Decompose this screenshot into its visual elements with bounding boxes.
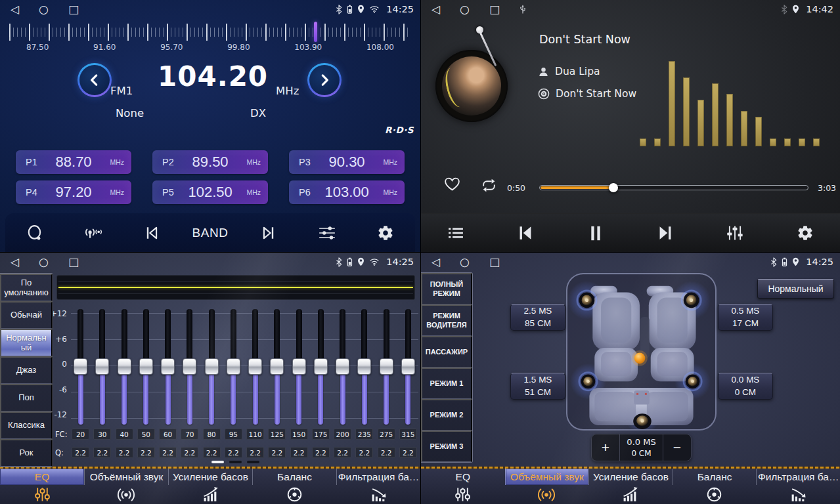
q-value[interactable]: 2.2 [334, 447, 351, 458]
fc-value[interactable]: 200 [334, 429, 351, 440]
next-station-button[interactable] [248, 218, 289, 248]
slider-thumb[interactable] [183, 358, 196, 375]
radio-preset-button[interactable]: P3 90.30 MHz [289, 150, 405, 174]
eq-band-slider[interactable] [201, 309, 223, 425]
fc-value[interactable]: 40 [116, 429, 133, 440]
q-value[interactable]: 2.2 [72, 447, 89, 458]
fc-value[interactable]: 175 [312, 429, 330, 440]
eq-preset-item[interactable]: Классика [0, 411, 53, 439]
band-button[interactable]: BAND [190, 218, 231, 248]
fc-value[interactable]: 315 [399, 429, 417, 440]
fc-value[interactable]: 70 [181, 429, 198, 440]
settings-button[interactable] [365, 218, 406, 248]
slider-thumb[interactable] [205, 358, 219, 375]
tab-surround[interactable]: Объёмный звук [505, 469, 589, 504]
stage-mode-item[interactable]: РЕЖИМ 2 [421, 399, 472, 430]
eq-band-slider[interactable] [91, 309, 113, 425]
radio-preset-button[interactable]: P5 102.50 MHz [152, 180, 268, 204]
q-value[interactable]: 2.2 [399, 447, 417, 458]
fc-value[interactable]: 60 [159, 429, 177, 440]
previous-station-button[interactable] [131, 218, 172, 248]
eq-band-slider[interactable] [376, 309, 397, 425]
radio-preset-button[interactable]: P2 89.50 MHz [152, 150, 268, 174]
eq-preset-item[interactable]: Рок [0, 439, 53, 467]
tab-bass-boost[interactable]: Усиление басов [588, 469, 673, 504]
eq-band-slider[interactable] [157, 309, 179, 425]
slider-thumb[interactable] [74, 358, 87, 375]
q-value[interactable]: 2.2 [159, 447, 177, 458]
eq-preset-item[interactable]: Поп [0, 384, 53, 411]
recents-icon[interactable]: □ [489, 257, 500, 268]
eq-band-slider[interactable] [310, 309, 332, 425]
slider-thumb[interactable] [292, 358, 306, 375]
q-value[interactable]: 2.2 [290, 447, 308, 458]
q-value[interactable]: 2.2 [93, 447, 111, 458]
seek-down-button[interactable] [77, 63, 112, 97]
stage-preset-button[interactable]: Нормальный [757, 279, 834, 299]
tab-balance[interactable]: Баланс [252, 469, 336, 504]
radio-preset-button[interactable]: P6 103.00 MHz [289, 180, 405, 204]
eq-band-slider[interactable] [223, 309, 244, 425]
delay-front-left-button[interactable]: 2.5 MS 85 CM [510, 304, 565, 331]
progress-thumb[interactable] [609, 183, 618, 192]
slider-thumb[interactable] [314, 358, 328, 375]
home-icon[interactable]: ○ [460, 257, 470, 268]
tab-balance[interactable]: Баланс [673, 469, 757, 504]
delay-rear-left-button[interactable]: 1.5 MS 51 CM [510, 373, 565, 400]
eq-band-slider[interactable] [135, 309, 157, 425]
slider-thumb[interactable] [380, 358, 393, 375]
fc-value[interactable]: 235 [355, 429, 373, 440]
increase-button[interactable]: + [592, 434, 619, 461]
tab-filter[interactable]: Фильтрация ба… [756, 469, 840, 504]
album-art[interactable] [435, 50, 508, 122]
slider-thumb[interactable] [118, 358, 131, 375]
q-value[interactable]: 2.2 [246, 447, 264, 458]
slider-thumb[interactable] [227, 358, 240, 375]
q-value[interactable]: 2.2 [137, 447, 155, 458]
stage-mode-item[interactable]: ПОЛНЫЙ РЕЖИМ [421, 273, 472, 304]
slider-thumb[interactable] [401, 358, 415, 375]
tab-filter[interactable]: Фильтрация ба… [336, 469, 420, 504]
fc-value[interactable]: 125 [268, 429, 286, 440]
q-value[interactable]: 2.2 [225, 447, 242, 458]
tab-eq[interactable]: EQ [421, 469, 505, 504]
radio-preset-button[interactable]: P1 88.70 MHz [16, 150, 131, 174]
home-icon[interactable]: ○ [39, 4, 49, 15]
q-value[interactable]: 2.2 [268, 447, 286, 458]
home-icon[interactable]: ○ [460, 4, 470, 15]
recents-icon[interactable]: □ [68, 257, 79, 268]
eq-band-slider[interactable] [353, 309, 375, 425]
stage-mode-item[interactable]: РЕЖИМ 3 [421, 430, 472, 462]
q-value[interactable]: 2.2 [203, 447, 221, 458]
eq-band-slider[interactable] [70, 309, 91, 425]
slider-thumb[interactable] [357, 358, 371, 375]
playlist-button[interactable] [435, 218, 476, 248]
q-value[interactable]: 2.2 [378, 447, 395, 458]
eq-band-slider[interactable] [332, 309, 353, 425]
q-value[interactable]: 2.2 [116, 447, 133, 458]
pause-button[interactable] [575, 218, 616, 248]
frequency-scale[interactable] [9, 23, 411, 41]
stage-mode-item[interactable]: РЕЖИМ ВОДИТЕЛЯ [421, 304, 472, 336]
slider-thumb[interactable] [161, 358, 175, 375]
progress-bar[interactable] [539, 185, 808, 190]
eq-band-slider[interactable] [244, 309, 266, 425]
fc-value[interactable]: 50 [137, 429, 155, 440]
eq-preset-item[interactable]: Нормальный [0, 329, 53, 356]
q-value[interactable]: 2.2 [181, 447, 198, 458]
repeat-button[interactable] [480, 178, 498, 193]
q-value[interactable]: 2.2 [355, 447, 373, 458]
back-icon[interactable]: ◁ [431, 257, 440, 268]
eq-preset-item[interactable]: Обычай [0, 301, 53, 329]
slider-thumb[interactable] [248, 358, 262, 375]
fc-value[interactable]: 95 [225, 429, 242, 440]
equalizer-button[interactable] [715, 218, 755, 248]
previous-track-button[interactable] [505, 218, 546, 248]
slider-thumb[interactable] [139, 358, 153, 375]
stage-mode-item[interactable]: ПАССАЖИР [421, 336, 472, 368]
audio-mixer-button[interactable] [307, 218, 347, 248]
eq-band-slider[interactable] [179, 309, 200, 425]
slider-thumb[interactable] [95, 358, 109, 375]
eq-preset-item[interactable]: Джаз [0, 356, 53, 384]
scan-button[interactable] [14, 218, 55, 248]
